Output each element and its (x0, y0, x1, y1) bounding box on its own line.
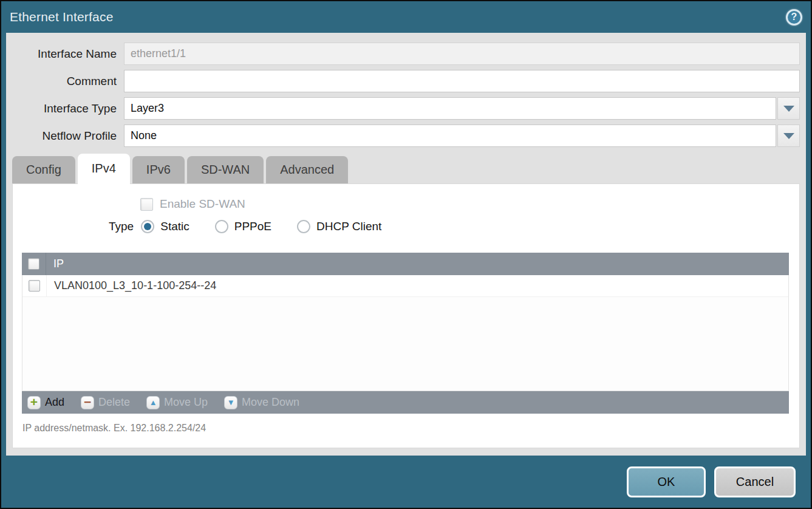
radio-pppoe-label: PPPoE (234, 220, 271, 233)
ip-table-header: IP (22, 253, 789, 275)
ip-column-header: IP (46, 258, 64, 270)
ip-table-empty-space (22, 297, 788, 391)
netflow-profile-dropdown-button[interactable] (777, 125, 800, 147)
interface-type-row: Interface Type Layer3 (6, 97, 806, 120)
tab-config[interactable]: Config (12, 156, 75, 183)
type-row: Type Static PPPoE DHCP Client (109, 220, 799, 233)
tab-sdwan[interactable]: SD-WAN (187, 156, 264, 183)
move-up-label: Move Up (164, 396, 208, 409)
comment-row: Comment (6, 70, 806, 92)
radio-option-dhcp-client[interactable]: DHCP Client (297, 220, 381, 233)
interface-type-dropdown-button[interactable] (777, 97, 800, 120)
tab-advanced[interactable]: Advanced (266, 156, 348, 183)
delete-icon: − (81, 396, 94, 409)
dialog-body: Interface Name Comment Interface Type La… (6, 33, 806, 456)
ipv4-panel: Enable SD-WAN Type Static PPPoE DHCP Cli… (12, 183, 800, 448)
cancel-button[interactable]: Cancel (714, 466, 796, 497)
dialog-title: Ethernet Interface (10, 10, 114, 24)
row-checkbox[interactable] (29, 280, 40, 292)
select-all-checkbox[interactable] (28, 258, 39, 270)
radio-dhcp-client[interactable] (297, 220, 310, 233)
dialog-footer: OK Cancel (1, 456, 811, 508)
interface-type-label: Interface Type (6, 102, 124, 115)
move-down-button[interactable]: ▼ Move Down (224, 396, 299, 409)
delete-label: Delete (98, 396, 130, 409)
move-down-icon: ▼ (224, 396, 237, 409)
netflow-profile-select[interactable]: None (124, 125, 776, 147)
enable-sdwan-label: Enable SD-WAN (160, 197, 245, 211)
ethernet-interface-dialog: Ethernet Interface ? Interface Name Comm… (0, 0, 812, 509)
move-up-button[interactable]: ▲ Move Up (146, 396, 208, 409)
tab-bar: Config IPv4 IPv6 SD-WAN Advanced (6, 152, 806, 183)
delete-button[interactable]: − Delete (81, 396, 130, 409)
interface-name-label: Interface Name (6, 47, 124, 61)
interface-type-select[interactable]: Layer3 (124, 97, 776, 120)
radio-option-pppoe[interactable]: PPPoE (215, 220, 271, 233)
ip-table-body: VLAN0100_L3_10-1-100-254--24 (22, 275, 789, 391)
hint-text: IP address/netmask. Ex. 192.168.2.254/24 (22, 423, 799, 434)
netflow-profile-label: Netflow Profile (6, 129, 124, 143)
radio-dhcp-client-label: DHCP Client (316, 220, 381, 233)
radio-pppoe[interactable] (215, 220, 228, 233)
move-down-label: Move Down (242, 396, 299, 409)
table-row[interactable]: VLAN0100_L3_10-1-100-254--24 (22, 275, 788, 297)
dialog-titlebar: Ethernet Interface ? (1, 1, 811, 33)
enable-sdwan-checkbox[interactable] (140, 198, 153, 211)
interface-name-input (124, 43, 800, 65)
ip-entry: VLAN0100_L3_10-1-100-254--24 (47, 279, 216, 292)
type-label: Type (109, 220, 134, 233)
add-label: Add (45, 396, 64, 409)
comment-input[interactable] (124, 70, 800, 92)
radio-static[interactable] (141, 220, 154, 233)
tab-ipv4[interactable]: IPv4 (78, 154, 130, 185)
enable-sdwan-row: Enable SD-WAN (140, 197, 799, 211)
radio-static-label: Static (160, 220, 189, 233)
chevron-down-icon (783, 133, 794, 139)
ok-button[interactable]: OK (627, 466, 706, 497)
netflow-profile-row: Netflow Profile None (6, 125, 806, 147)
interface-form: Interface Name Comment Interface Type La… (6, 33, 806, 147)
add-icon: + (27, 396, 41, 409)
ip-table: IP VLAN0100_L3_10-1-100-254--24 + Add (22, 253, 789, 414)
help-icon[interactable]: ? (786, 9, 802, 26)
ip-table-toolbar: + Add − Delete ▲ Move Up ▼ Move Down (22, 391, 789, 414)
radio-option-static[interactable]: Static (141, 220, 189, 233)
chevron-down-icon (783, 106, 794, 112)
move-up-icon: ▲ (146, 396, 160, 409)
interface-name-row: Interface Name (6, 43, 806, 65)
comment-label: Comment (6, 75, 124, 88)
tab-ipv6[interactable]: IPv6 (132, 156, 185, 183)
add-button[interactable]: + Add (27, 396, 64, 409)
